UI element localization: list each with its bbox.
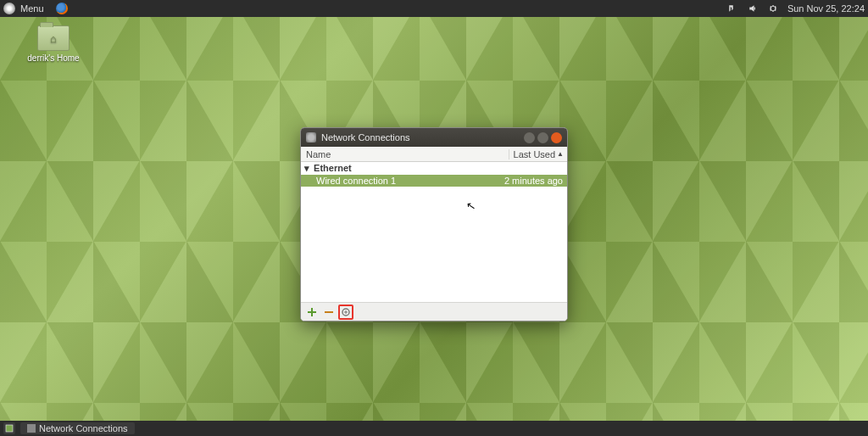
svg-rect-2 [27,424,36,433]
group-label: Ethernet [314,163,352,173]
taskbar-app-icon [27,424,36,433]
close-button[interactable] [551,132,562,143]
network-tray-icon[interactable] [726,3,738,14]
add-connection-button[interactable] [304,305,320,320]
connection-name: Wired connection 1 [316,176,504,186]
remove-connection-button[interactable] [321,305,337,320]
settings-tray-icon[interactable] [767,3,779,14]
clock[interactable]: Sun Nov 25, 22:24 [787,3,865,14]
home-glyph-icon: ⌂ [50,32,57,45]
window-toolbar [301,302,567,321]
menu-label[interactable]: Menu [20,3,44,14]
titlebar[interactable]: Network Connections [301,128,567,147]
folder-icon: ⌂ [37,25,70,51]
edit-connection-button[interactable] [338,305,353,320]
disclosure-triangle-icon: ▾ [304,163,311,174]
column-name-header[interactable]: Name [301,149,509,159]
column-lastused-label: Last Used [514,149,556,159]
top-panel: Menu Sun Nov 25, 22:24 [0,0,868,17]
sort-ascending-icon: ▲ [557,150,564,158]
maximize-button[interactable] [537,132,548,143]
volume-tray-icon[interactable] [747,3,759,14]
connection-list[interactable]: ▾ Ethernet Wired connection 1 2 minutes … [301,162,567,302]
firefox-icon[interactable] [56,3,68,14]
bottom-panel: Network Connections [0,421,868,436]
window-title: Network Connections [321,132,519,143]
minimize-button[interactable] [524,132,535,143]
home-folder-label: derrik's Home [24,53,83,63]
list-header: Name Last Used ▲ [301,147,567,162]
connection-lastused: 2 minutes ago [504,176,563,186]
taskbar-item-label: Network Connections [39,423,128,433]
show-desktop-button[interactable] [3,422,15,434]
connection-row[interactable]: Wired connection 1 2 minutes ago [301,175,567,187]
group-ethernet[interactable]: ▾ Ethernet [301,162,567,175]
svg-rect-1 [6,425,13,432]
taskbar-item-network-connections[interactable]: Network Connections [20,422,135,434]
mouse-cursor-icon: ↖ [465,198,476,213]
window-app-icon [306,132,316,143]
home-folder[interactable]: ⌂ derrik's Home [24,25,83,63]
network-connections-window: Network Connections Name Last Used ▲ ▾ E… [300,127,568,321]
column-lastused-header[interactable]: Last Used ▲ [509,149,567,159]
menu-launcher-icon[interactable] [3,3,15,14]
